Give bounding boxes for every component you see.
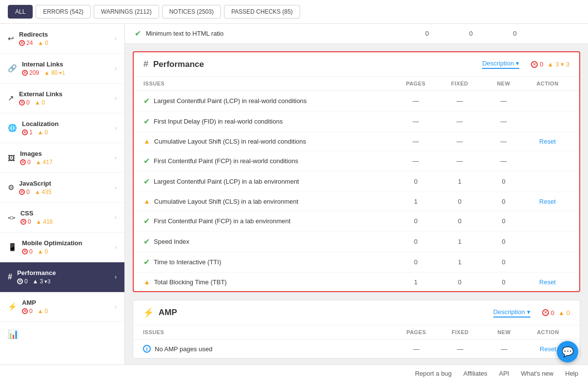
- redirects-icon: ↩: [8, 34, 14, 43]
- row-new: 0: [482, 238, 526, 245]
- api-link[interactable]: API: [499, 370, 509, 377]
- sidebar: ↩ Redirects ✕ 24 ▲0 › 🔗 Internal Lin: [0, 24, 125, 364]
- row-pages: —: [394, 118, 438, 125]
- row-new: —: [482, 345, 526, 353]
- images-label: Images: [20, 150, 115, 157]
- main-content: ✔ Minimum text to HTML ratio 0 0 0 # Per…: [125, 24, 588, 364]
- check-icon: ✔: [143, 96, 150, 106]
- reset-button[interactable]: Reset: [526, 198, 569, 205]
- images-icon: 🖼: [8, 154, 15, 162]
- row-issue-name: ▲ Cumulative Layout Shift (CLS) in real-…: [143, 137, 394, 145]
- affiliates-link[interactable]: Affiliates: [464, 370, 487, 377]
- sidebar-item-redirects[interactable]: ↩ Redirects ✕ 24 ▲0 ›: [0, 24, 124, 54]
- report-bug-link[interactable]: Report a bug: [415, 370, 451, 377]
- amp-section-icon: ⚡: [143, 307, 154, 318]
- filter-errors[interactable]: ERRORS (542): [36, 5, 91, 19]
- min-text-check-icon: ✔: [135, 29, 141, 38]
- warn-icon: ▲: [143, 197, 150, 205]
- check-icon: ✔: [143, 177, 150, 186]
- internal-links-warning-count: ▲80 ▾1: [44, 69, 65, 76]
- table-row: ✔ First Contentful Paint (FCP) in a lab …: [134, 211, 579, 232]
- localization-warning-count: ▲0: [38, 129, 48, 136]
- row-new: —: [482, 118, 526, 125]
- localization-error-count: ✕ 1: [22, 129, 33, 136]
- row-pages: 0: [394, 238, 438, 245]
- external-links-warning-count: ▲0: [35, 99, 45, 106]
- row-pages: —: [394, 345, 438, 353]
- help-link[interactable]: Help: [565, 370, 578, 377]
- row-fixed: 1: [438, 258, 482, 266]
- row-fixed: —: [438, 138, 482, 145]
- amp-label: AMP: [22, 299, 115, 306]
- whats-new-link[interactable]: What's new: [521, 370, 553, 377]
- amp-section-counts: ✕ 0 ▲ 0: [542, 309, 570, 317]
- filter-notices[interactable]: NOTICES (2503): [162, 5, 221, 19]
- javascript-warning-count: ▲435: [35, 189, 52, 195]
- row-fixed: 0: [438, 198, 482, 205]
- sidebar-item-internal-links[interactable]: 🔗 Internal Links ✕ 209 ▲80 ▾1 ›: [0, 54, 124, 84]
- filter-passed[interactable]: PASSED CHECKS (85): [224, 5, 300, 19]
- row-issue-name: ▲ Total Blocking Time (TBT): [143, 278, 394, 286]
- javascript-chevron: ›: [115, 184, 117, 191]
- row-new: 0: [482, 198, 526, 205]
- filter-all[interactable]: ALL: [8, 5, 33, 19]
- performance-section-title: Performance: [153, 60, 482, 69]
- performance-section-header: # Performance Description ▾ ✕ 0 ▲ 3 ▾ 3: [134, 52, 579, 77]
- table-row: ▲ Cumulative Layout Shift (CLS) in a lab…: [134, 192, 579, 211]
- css-icon: <>: [8, 214, 16, 221]
- sidebar-item-javascript[interactable]: ⚙ JavaScript ✕ 0 ▲435 ›: [0, 173, 124, 203]
- min-text-row: ✔ Minimum text to HTML ratio 0 0 0: [125, 24, 588, 43]
- sidebar-bottom-icon[interactable]: 📊: [0, 322, 124, 346]
- redirects-label: Redirects: [19, 31, 115, 38]
- external-links-chevron: ›: [115, 95, 117, 102]
- amp-table-header: ISSUES PAGES FIXED NEW ACTION: [133, 325, 580, 340]
- redirects-warning-count: ▲0: [38, 40, 48, 46]
- performance-description-btn[interactable]: Description ▾: [482, 60, 519, 69]
- performance-chevron: ›: [115, 274, 117, 280]
- javascript-label: JavaScript: [19, 180, 115, 187]
- javascript-error-count: ✕ 0: [19, 189, 30, 195]
- sidebar-item-amp[interactable]: ⚡ AMP ✕ 0 ▲0 ›: [0, 292, 124, 322]
- row-pages: —: [394, 157, 438, 165]
- min-text-fixed: 0: [451, 30, 490, 37]
- sidebar-item-mobile[interactable]: 📱 Mobile Optimization ✕ 0 ▲0 ›: [0, 233, 124, 262]
- amp-error-count: ✕ 0: [22, 308, 33, 315]
- reset-button[interactable]: Reset: [526, 278, 569, 286]
- check-icon: ✔: [143, 257, 150, 267]
- filter-warnings[interactable]: WARNINGS (2112): [94, 5, 159, 19]
- amp-icon: ⚡: [8, 302, 17, 311]
- bottom-bar: Report a bug Affiliates API What's new H…: [0, 364, 588, 382]
- localization-icon: 🌐: [8, 124, 17, 132]
- row-pages: 0: [394, 217, 438, 225]
- table-row: ▲ Cumulative Layout Shift (CLS) in real-…: [134, 132, 579, 151]
- row-issue-name: ▲ Cumulative Layout Shift (CLS) in a lab…: [143, 197, 394, 205]
- min-text-pages: 0: [407, 30, 446, 37]
- row-issue-name: ✔ First Contentful Paint (FCP) in a lab …: [143, 216, 394, 226]
- chat-button[interactable]: 💬: [557, 341, 578, 362]
- mobile-warning-count: ▲0: [38, 248, 48, 255]
- row-new: 0: [482, 178, 526, 185]
- sidebar-item-external-links[interactable]: ↗ External Links ✕ 0 ▲0 ›: [0, 84, 124, 113]
- sidebar-item-performance[interactable]: # Performance ✕ 0 ▲3 ▾3 ›: [0, 262, 124, 292]
- internal-links-icon: 🔗: [8, 64, 17, 73]
- table-row: ✔ Speed Index 0 1 0: [134, 232, 579, 252]
- amp-description-btn[interactable]: Description ▾: [493, 308, 530, 318]
- row-new: 0: [482, 258, 526, 266]
- table-row: ✔ Largest Contentful Paint (LCP) in real…: [134, 91, 579, 111]
- internal-links-error-count: ✕ 209: [22, 69, 39, 76]
- reset-button[interactable]: Reset: [526, 138, 569, 145]
- css-warning-count: ▲416: [36, 218, 53, 225]
- sidebar-item-localization[interactable]: 🌐 Localization ✕ 1 ▲0 ›: [0, 113, 124, 143]
- filter-bar: ALL ERRORS (542) WARNINGS (2112) NOTICES…: [0, 0, 588, 24]
- css-error-count: ✕ 0: [20, 218, 31, 225]
- row-pages: —: [394, 97, 438, 105]
- images-warning-count: ▲417: [36, 159, 53, 166]
- sidebar-item-css[interactable]: <> CSS ✕ 0 ▲416 ›: [0, 203, 124, 233]
- check-icon: ✔: [143, 216, 150, 226]
- amp-section: ⚡ AMP Description ▾ ✕ 0 ▲ 0: [133, 300, 580, 359]
- row-new: 0: [482, 217, 526, 225]
- mobile-error-count: ✕ 0: [22, 248, 33, 255]
- row-fixed: —: [438, 97, 482, 105]
- row-new: —: [482, 157, 526, 165]
- sidebar-item-images[interactable]: 🖼 Images ✕ 0 ▲417 ›: [0, 143, 124, 173]
